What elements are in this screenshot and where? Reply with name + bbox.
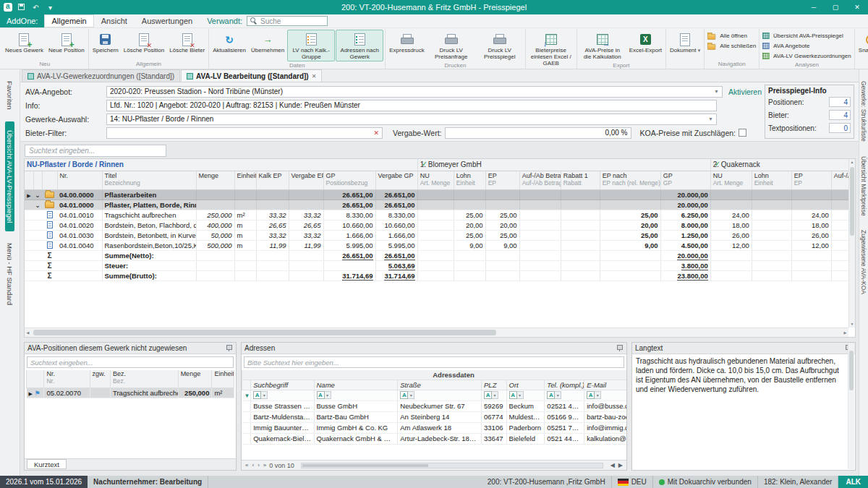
aktivieren-link[interactable]: Aktivieren — [728, 87, 762, 96]
ribbon-button-alle-öffnen[interactable]: Alle öffnen — [706, 31, 757, 40]
row-expander-cell[interactable]: ⌄ — [33, 189, 42, 200]
column-header-b2-lohn[interactable]: LohnEinheit — [752, 171, 791, 189]
scroll-right-icon[interactable]: ▶ — [618, 462, 624, 468]
column-header-zgw[interactable]: zgw. — [90, 370, 110, 388]
address-hscrollbar[interactable] — [301, 463, 603, 468]
column-header-menge[interactable]: Menge — [178, 370, 212, 388]
price-row[interactable]: ΣSumme(Brutto):31.714,6931.714,6923.800,… — [25, 270, 849, 281]
ribbon-button-übernehmen[interactable]: Übernehmen — [249, 30, 286, 61]
price-row[interactable]: ΣSumme(Netto):26.651,0026.651,0020.000,0… — [25, 250, 849, 260]
row-expander-cell[interactable]: ⌄ — [33, 200, 42, 210]
column-header-einheit[interactable]: Einheit — [212, 370, 234, 388]
column-header-ort[interactable]: Ort — [506, 380, 545, 390]
ribbon-button-speichern[interactable]: Speichern — [90, 30, 121, 60]
quickaccess-dropdown-button[interactable]: ▾ — [45, 4, 56, 12]
address-row[interactable]: Quakernack-BielefeldQuakernack GmbH & Co… — [242, 433, 628, 444]
vergabe-wert-input[interactable]: 0,00 % — [445, 127, 631, 139]
column-header-b1-ep[interactable]: EPEP — [485, 171, 519, 189]
column-header-nr[interactable]: Nr.Nr. — [44, 370, 90, 388]
address-row[interactable]: Busse Strassen Tief.Busse GmbHNeubeckume… — [242, 401, 628, 411]
ribbon-button-snapshot[interactable]: Snapshot — [856, 30, 868, 61]
longtext-scrollbar[interactable] — [848, 343, 854, 469]
filter-cell-straße[interactable]: A▾ — [398, 390, 482, 401]
language-segment[interactable]: DEU — [612, 476, 653, 488]
filter-funnel-cell[interactable]: ▼ — [242, 390, 251, 401]
column-header-b2-ep[interactable]: EPEP — [791, 171, 831, 189]
scroll-right-icon[interactable]: ▶ — [842, 328, 848, 337]
quick-undo-button[interactable]: ↶ — [30, 4, 41, 12]
column-header-b1-auf-ab[interactable]: Auf-/Ab BetragAuf-/Ab Betrag — [519, 171, 561, 189]
unassigned-row[interactable]: ▶ ⚑05.02.0070Tragschicht aufbrechen250,0… — [27, 388, 234, 398]
column-header-b1-gp[interactable]: GPGP — [660, 171, 710, 189]
column-header-b1-ep-nach[interactable]: EP nachEP nach (rel. Menge) — [600, 171, 660, 189]
ribbon-button-druck-lv-preisanfrage[interactable]: Druck LV Preisanfrage — [427, 30, 475, 61]
ribbon-button-lösche-bieter[interactable]: Lösche Bieter — [167, 30, 207, 60]
price-row[interactable]: ⌄04.01.0000Pflaster, Platten, Borde, Rin… — [25, 200, 849, 210]
filter-cell-plz[interactable]: A▾ — [482, 390, 507, 401]
column-header-titel[interactable]: TitelBezeichnung — [102, 171, 196, 189]
filter-cell-tel-kompl[interactable]: A▾ — [545, 390, 584, 401]
koa-checkbox[interactable] — [739, 129, 746, 137]
gewerke-auswahl-select[interactable]: 14: NU-Pflaster / Borde / Rinnen ▼ — [106, 114, 717, 125]
column-header-menge[interactable]: Menge — [196, 171, 234, 189]
pin-icon[interactable] — [616, 344, 624, 352]
price-row[interactable]: ΣSteuer:5.063,693.800,00 — [25, 260, 849, 270]
ribbon-button-dokument[interactable]: Dokument ▾ — [668, 30, 702, 60]
kurztext-tab[interactable]: Kurztext — [27, 459, 67, 469]
ribbon-button-übersicht-ava-preisspiegel[interactable]: Übersicht AVA-Preisspiegel — [761, 31, 853, 40]
dock-tab-zugewiesene-ava-koa[interactable]: Zugewiesene AVA-KOA — [860, 227, 867, 297]
price-row[interactable]: 04.01.0040Rasenbordstein,Beton,10/25,Kie… — [25, 240, 849, 250]
ava-angebot-select[interactable]: 2020-020: Preussen Stadion - Nord Tribün… — [106, 86, 723, 98]
dock-tab-übersicht-marktpreise[interactable]: Übersicht Marktpreise — [860, 153, 867, 219]
last-page-button[interactable]: » — [263, 462, 267, 468]
column-header-bez[interactable]: Bez.Bez. — [111, 370, 179, 388]
ribbon-button-ava-angebote[interactable]: AVA Angebote — [761, 41, 853, 51]
pin-icon[interactable] — [225, 344, 233, 352]
scroll-left-icon[interactable]: ◀ — [610, 462, 616, 468]
ribbon-button-neues-gewerk[interactable]: Neues Gewerk — [3, 30, 46, 60]
address-row[interactable]: Immig BauunternehmunImmig GmbH & Co. KGA… — [242, 422, 628, 433]
column-header-name[interactable]: Name — [314, 380, 398, 390]
quick-save-button[interactable] — [16, 4, 27, 12]
price-row[interactable]: 04.01.0010Tragschicht aufbrechen250,000m… — [25, 210, 849, 220]
ribbon-button-ava-preise-in-die-kalkulation[interactable]: AVA-Preise in die Kalkulation — [579, 30, 626, 61]
address-hscrollbar-thumb[interactable] — [302, 464, 429, 467]
menu-tab-auswertungen[interactable]: Auswertungen — [135, 14, 200, 27]
column-header-b1-nu-menge[interactable]: NUArt. Menge — [417, 171, 454, 189]
unassigned-search-input[interactable]: Suchtext eingeben... — [27, 356, 234, 368]
column-header-b1-rabatt[interactable]: Rabatt 1Rabatt — [561, 171, 600, 189]
close-button[interactable]: ✕ — [846, 0, 868, 14]
document-tab-ava-lv-bearbeitung-standard[interactable]: AVA-LV Bearbeitung ([Standard])✕ — [181, 69, 322, 82]
column-header-nr[interactable]: Nr. — [57, 171, 102, 189]
menu-search-input[interactable]: Suche — [247, 16, 328, 26]
grid-search-input[interactable]: Suchtext eingeben... — [25, 145, 166, 157]
column-header-b2-nu-menge[interactable]: NUArt. Menge — [710, 171, 752, 189]
previous-page-button[interactable]: ‹ — [251, 462, 255, 468]
filter-cell-suchbegriff[interactable]: A▾ — [251, 390, 314, 401]
scroll-left-icon[interactable]: ◀ — [25, 328, 31, 337]
column-header-straße[interactable]: Straße — [398, 380, 482, 390]
price-row[interactable]: 04.01.0030Bordstein, Betonbett, in Kurve… — [25, 230, 849, 240]
ribbon-button-lösche-position[interactable]: Lösche Position — [122, 30, 166, 60]
ribbon-button-adressen-nach-gewerk[interactable]: Adressen nach Gewerk — [336, 30, 383, 61]
column-header-e-mail[interactable]: E-Mail — [584, 380, 627, 390]
bidder-header-1[interactable]: ✓1. Blomeyer GmbH — [417, 159, 710, 171]
column-header-b2-auf-ab[interactable]: Auf-/Ab Be — [831, 171, 849, 189]
minimize-button[interactable]: ─ — [803, 0, 825, 14]
bidder-header-2[interactable]: ✓2. Quakernack — [710, 159, 849, 171]
next-page-button[interactable]: › — [257, 462, 260, 468]
menu-tab-allgemein[interactable]: Allgemein — [44, 14, 93, 27]
bieter-filter-input[interactable]: ✕ — [106, 127, 383, 139]
menu-tab-ansicht[interactable]: Ansicht — [94, 14, 135, 27]
column-header-vergabe-gp[interactable]: Vergabe GP — [375, 171, 417, 189]
column-header-kalk-ep[interactable]: Kalk EP — [256, 171, 289, 189]
filter-cell-ort[interactable]: A▾ — [506, 390, 545, 401]
filter-cell-name[interactable]: A▾ — [314, 390, 398, 401]
ribbon-button-bieterpreise-einlesen-excel-gaeb[interactable]: Bieterpreise einlesen Excel / GAEB — [527, 30, 575, 68]
column-header-gp-positionsbezug[interactable]: GPPositionsbezug — [323, 171, 375, 189]
menu-tab-verwandt[interactable]: Verwandt: — [200, 14, 245, 27]
ribbon-button-lv-nach-kalk-gruppe[interactable]: LV nach Kalk.-Gruppe — [287, 30, 335, 61]
ribbon-button-excel-export[interactable]: Excel-Export — [627, 30, 664, 61]
ribbon-button-expressdruck[interactable]: Expressdruck — [387, 30, 426, 61]
column-header-plz[interactable]: PLZ — [482, 380, 507, 390]
